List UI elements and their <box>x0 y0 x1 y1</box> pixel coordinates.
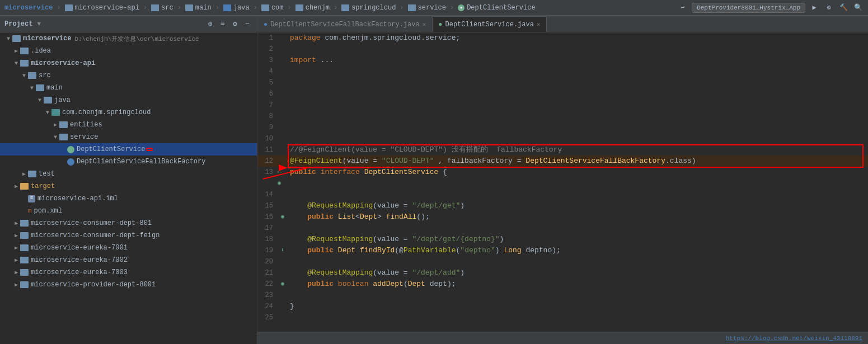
tree-item-entities[interactable]: ▶ entities <box>0 119 257 131</box>
tree-arrow: ▶ <box>12 48 20 54</box>
bc-src: src <box>161 4 173 12</box>
tree-item-main[interactable]: ▼ main <box>0 82 257 94</box>
tree-label: microservice-eureka-7003 <box>31 268 128 276</box>
bc-main: main <box>195 4 212 12</box>
gear-icon[interactable]: ⚙ <box>230 19 240 29</box>
tree-arrow: ▶ <box>12 269 20 276</box>
code-line-18: 18 @RequestMapping(value = "/dept/get/{d… <box>257 234 868 245</box>
tab-deptclientservice[interactable]: ● DeptClientService.java ✕ <box>432 16 546 32</box>
folder-icon <box>20 232 29 239</box>
bc-chenjm: chenjm <box>306 4 330 12</box>
tree-label: DeptClientService <box>77 145 145 153</box>
tree-arrow: ▼ <box>36 97 44 103</box>
code-line-25: 25 <box>257 312 868 323</box>
tab-fallback[interactable]: ● DeptClientServiceFallBackFactory.java … <box>257 16 432 32</box>
folder-icon <box>20 257 29 263</box>
file-tree: ▼ microservice D:\chenjm\开发信息\ocr\micros… <box>0 32 257 344</box>
tree-item-consumer-801[interactable]: ▶ microservice-consumer-dept-801 <box>0 217 257 229</box>
tab-close-icon[interactable]: ✕ <box>537 21 541 28</box>
code-line-9: 9 <box>257 122 868 133</box>
file-xml-icon: m <box>28 208 32 214</box>
tree-item-eureka-7003[interactable]: ▶ microservice-eureka-7003 <box>0 266 257 279</box>
code-line-6: 6 <box>257 88 868 100</box>
tree-label: test <box>39 170 55 178</box>
tree-item-consumer-feign[interactable]: ▶ microservice-consumer-dept-feign <box>0 229 257 242</box>
tree-item-fallbackfactory[interactable]: DeptClientServiceFallBackFactory <box>0 155 257 168</box>
folder-icon <box>36 84 44 91</box>
tree-item-microservice-api[interactable]: ▼ microservice-api <box>0 57 257 69</box>
bc-springcloud-icon <box>341 4 349 11</box>
sidebar: Project ▼ ⊕ ≡ ⚙ − ▼ microservice D:\chen… <box>0 16 257 344</box>
folder-icon <box>20 269 29 276</box>
folder-icon <box>12 35 21 42</box>
tree-label: service <box>70 133 98 141</box>
interface-icon <box>67 146 74 153</box>
tree-item-eureka-7002[interactable]: ▶ microservice-eureka-7002 <box>0 254 257 266</box>
code-editor[interactable]: 1 package com.chenjm.springcloud.service… <box>257 32 868 332</box>
locate-icon[interactable]: ⊕ <box>205 19 215 29</box>
tree-item-microservice[interactable]: ▼ microservice D:\chenjm\开发信息\ocr\micros… <box>0 32 257 45</box>
tree-arrow: ▶ <box>12 220 20 227</box>
bc-com: com <box>271 4 284 12</box>
editor-area: ● DeptClientServiceFallBackFactory.java … <box>257 16 868 344</box>
tree-label: entities <box>70 121 102 129</box>
tree-item-src[interactable]: ▼ src <box>0 69 257 82</box>
bc-folder-icon <box>65 4 73 11</box>
tree-label: src <box>39 72 51 79</box>
folder-icon <box>20 60 29 67</box>
tree-label: main <box>46 84 63 92</box>
tree-item-pom[interactable]: m pom.xml <box>0 205 257 217</box>
minimize-icon[interactable]: − <box>242 19 252 29</box>
bc-microservice[interactable]: microservice <box>4 4 53 12</box>
tree-item-deptclientservice[interactable]: DeptClientService <box>0 143 257 155</box>
folder-icon <box>28 72 36 79</box>
tree-arrow: ▼ <box>12 60 20 67</box>
folder-icon <box>28 171 36 177</box>
folder-icon-java <box>44 97 52 103</box>
settings-icon[interactable]: ⚙ <box>823 2 834 13</box>
build-icon[interactable]: 🔨 <box>838 2 849 13</box>
top-bar-right: ↩ DeptProvider8001_Hystrix_App ▶ ⚙ 🔨 🔍 <box>677 2 864 13</box>
bc-deptclientservice-icon: ● <box>458 4 465 11</box>
code-line-4: 4 <box>257 66 868 77</box>
bc-deptclientservice: DeptClientService <box>467 4 535 12</box>
tree-item-package[interactable]: ▼ com.chenjm.springcloud <box>0 106 257 119</box>
code-line-23: 23 <box>257 290 868 301</box>
tree-item-target[interactable]: ▶ target <box>0 180 257 192</box>
tree-item-iml[interactable]: ≡ microservice-api.iml <box>0 192 257 205</box>
tree-item-service[interactable]: ▼ service <box>0 131 257 143</box>
back-icon[interactable]: ↩ <box>677 2 688 13</box>
class-icon <box>67 158 74 166</box>
code-line-22: 22 ◉ public boolean addDept(Dept dept); <box>257 279 868 290</box>
tree-item-provider-8001[interactable]: ▶ microservice-provider-dept-8001 <box>0 279 257 291</box>
tab-close-icon[interactable]: ✕ <box>423 21 426 28</box>
folder-icon <box>20 220 29 227</box>
collapse-icon[interactable]: ≡ <box>218 19 228 29</box>
code-line-2: 2 <box>257 44 868 55</box>
run-icon[interactable]: ▶ <box>809 2 820 13</box>
sidebar-dropdown-arrow[interactable]: ▼ <box>37 21 41 27</box>
run-config[interactable]: DeptProvider8001_Hystrix_App <box>692 3 805 13</box>
tree-path: D:\chenjm\开发信息\ocr\microservice <box>74 35 199 43</box>
top-bar: microservice › microservice-api › src › … <box>0 0 868 16</box>
tree-item-java[interactable]: ▼ java <box>0 94 257 106</box>
tab-blue-icon: ● <box>264 21 268 29</box>
tree-arrow: ▶ <box>12 244 20 251</box>
tree-item-test[interactable]: ▶ test <box>0 168 257 180</box>
code-line-11: 11 //@FeignClient(value = "CLOUD-DEPT") … <box>257 144 868 155</box>
tree-arrow: ▼ <box>28 85 36 91</box>
main-layout: Project ▼ ⊕ ≡ ⚙ − ▼ microservice D:\chen… <box>0 16 868 344</box>
search-icon[interactable]: 🔍 <box>852 2 864 13</box>
breadcrumb: microservice › microservice-api › src › … <box>4 4 536 12</box>
tree-item-eureka-7001[interactable]: ▶ microservice-eureka-7001 <box>0 242 257 254</box>
tree-item-idea[interactable]: ▶ .idea <box>0 45 257 57</box>
status-url[interactable]: https://blog.csdn.net/weixin_43118891 <box>726 335 862 342</box>
code-line-12: 12 @FeignClient(value = "CLOUD-DEPT" , f… <box>257 155 868 167</box>
bc-microservice-api[interactable]: microservice-api <box>75 4 139 12</box>
file-iml-icon: ≡ <box>28 195 35 202</box>
tree-arrow: ▼ <box>44 110 51 116</box>
bc-main-icon <box>185 4 193 11</box>
code-line-16: 16 ◉ public List<Dept> findAll(); <box>257 211 868 223</box>
code-line-20: 20 <box>257 256 868 267</box>
folder-icon <box>20 281 29 288</box>
